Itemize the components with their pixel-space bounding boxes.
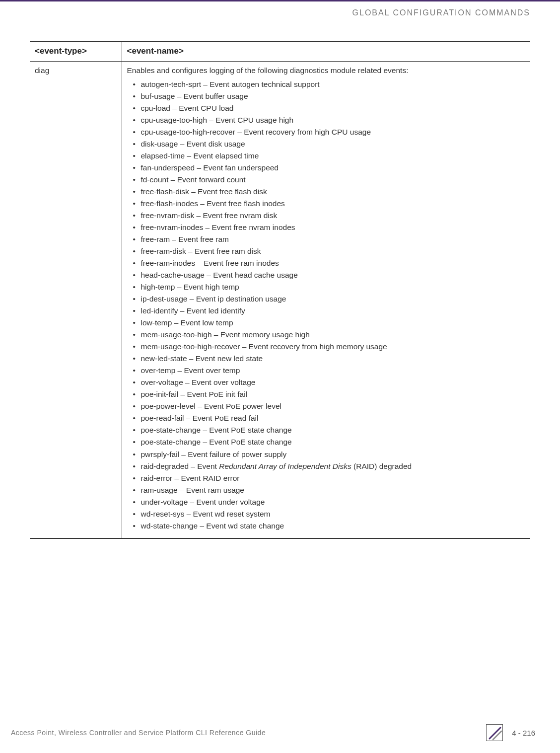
list-item-raid: raid-degraded – Event Redundant Array of…	[134, 460, 526, 472]
raid-prefix: raid-degraded – Event	[141, 462, 219, 470]
event-list: autogen-tech-sprt – Event autogen techni…	[127, 78, 526, 532]
list-item: ip-dest-usage – Event ip destination usa…	[134, 293, 526, 305]
list-item: fan-underspeed – Event fan underspeed	[134, 162, 526, 174]
table-row: diag Enables and configures logging of t…	[30, 62, 530, 538]
event-table: <event-type> <event-name> diag Enables a…	[30, 41, 530, 539]
list-item: fd-count – Event forward count	[134, 174, 526, 186]
page-number: 4 - 216	[512, 729, 535, 737]
list-item: disk-usage – Event disk usage	[134, 138, 526, 150]
list-item: under-voltage – Event under voltage	[134, 496, 526, 508]
list-item: free-ram-inodes – Event free ram inodes	[134, 257, 526, 269]
list-item: poe-state-change – Event PoE state chang…	[134, 436, 526, 448]
list-item: autogen-tech-sprt – Event autogen techni…	[134, 78, 526, 90]
list-item: poe-init-fail – Event PoE init fail	[134, 388, 526, 400]
list-item: led-identify – Event led identify	[134, 305, 526, 317]
list-item: low-temp – Event low temp	[134, 317, 526, 329]
footer-logo-icon	[486, 724, 503, 741]
cell-event-type: diag	[30, 62, 122, 538]
list-item: raid-error – Event RAID error	[134, 472, 526, 484]
cell-event-name: Enables and configures logging of the fo…	[122, 62, 530, 538]
footer-text: Access Point, Wireless Controller and Se…	[11, 729, 266, 737]
list-item: ram-usage – Event ram usage	[134, 484, 526, 496]
col-header-event-name: <event-name>	[122, 42, 530, 62]
page-header-title: GLOBAL CONFIGURATION COMMANDS	[352, 8, 530, 17]
list-item: buf-usage – Event buffer usage	[134, 90, 526, 102]
list-item: wd-state-change – Event wd state change	[134, 520, 526, 532]
list-item: free-flash-disk – Event free flash disk	[134, 186, 526, 198]
list-item: free-ram-disk – Event free ram disk	[134, 245, 526, 257]
list-item: poe-power-level – Event PoE power level	[134, 400, 526, 412]
footer-right: 4 - 216	[486, 724, 535, 741]
list-item: free-flash-inodes – Event free flash ino…	[134, 198, 526, 210]
list-item: mem-usage-too-high-recover – Event recov…	[134, 341, 526, 353]
list-item: new-led-state – Event new led state	[134, 353, 526, 365]
list-item: poe-state-change – Event PoE state chang…	[134, 424, 526, 436]
list-item: mem-usage-too-high – Event memory usage …	[134, 329, 526, 341]
intro-text: Enables and configures logging of the fo…	[127, 65, 526, 76]
raid-suffix: (RAID) degraded	[351, 462, 412, 470]
list-item: free-nvram-inodes – Event free nvram ino…	[134, 222, 526, 233]
list-item: high-temp – Event high temp	[134, 281, 526, 293]
list-item: poe-read-fail – Event PoE read fail	[134, 412, 526, 424]
raid-italic: Redundant Array of Independent Disks	[219, 462, 351, 470]
list-item: free-nvram-disk – Event free nvram disk	[134, 210, 526, 222]
list-item: elapsed-time – Event elapsed time	[134, 150, 526, 162]
list-item: over-temp – Event over temp	[134, 365, 526, 376]
list-item: wd-reset-sys – Event wd reset system	[134, 508, 526, 520]
list-item: pwrsply-fail – Event failure of power su…	[134, 449, 526, 460]
list-item: cpu-usage-too-high-recover – Event recov…	[134, 126, 526, 138]
list-item: head-cache-usage – Event head cache usag…	[134, 269, 526, 281]
main-content: <event-type> <event-name> diag Enables a…	[30, 41, 530, 539]
list-item: cpu-usage-too-high – Event CPU usage hig…	[134, 114, 526, 126]
list-item: free-ram – Event free ram	[134, 233, 526, 245]
list-item: cpu-load – Event CPU load	[134, 102, 526, 114]
svg-line-1	[493, 731, 501, 740]
col-header-event-type: <event-type>	[30, 42, 122, 62]
page-footer: Access Point, Wireless Controller and Se…	[11, 724, 535, 741]
list-item: over-voltage – Event over voltage	[134, 376, 526, 388]
